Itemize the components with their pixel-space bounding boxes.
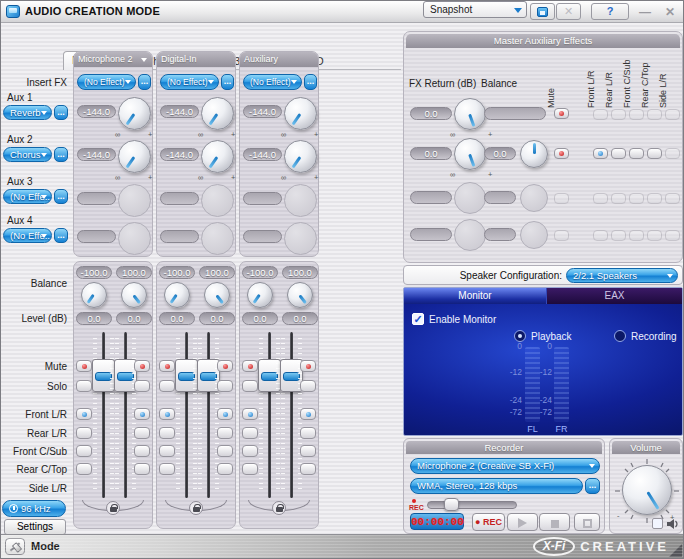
delete-snapshot-button[interactable]: ✕ bbox=[556, 3, 581, 20]
recorder-source-select[interactable]: Microphone 2 (Creative SB X-Fi) bbox=[410, 458, 600, 474]
route-front-lr-button-r[interactable] bbox=[134, 408, 150, 420]
rec-level-slider-handle[interactable] bbox=[444, 498, 459, 511]
snapshot-select[interactable]: Snapshot bbox=[423, 1, 527, 18]
strip-header[interactable]: Digital-In bbox=[157, 52, 235, 67]
rec-level-slider[interactable] bbox=[427, 501, 517, 509]
mode-button[interactable] bbox=[5, 538, 25, 555]
master-route-rear-lr-button[interactable] bbox=[611, 148, 626, 159]
route-rear-lr-button-r[interactable] bbox=[217, 427, 233, 439]
balance-left-knob[interactable] bbox=[247, 282, 273, 308]
strip-header[interactable]: Microphone 2 bbox=[74, 52, 152, 67]
fx-return-knob[interactable] bbox=[454, 98, 486, 130]
aux2-send-knob[interactable] bbox=[118, 140, 151, 173]
insert-fx-select[interactable]: (No Effect) bbox=[160, 74, 219, 90]
route-rear-lr-button-r[interactable] bbox=[300, 427, 316, 439]
solo-button-l[interactable] bbox=[159, 380, 175, 392]
route-rear-ctop-button-r[interactable] bbox=[300, 463, 316, 475]
insert-fx-select[interactable]: (No Effect) bbox=[77, 74, 136, 90]
master-route-front-lr-button[interactable] bbox=[593, 148, 608, 159]
volume-knob[interactable] bbox=[622, 465, 672, 515]
route-front-csub-button-r[interactable] bbox=[300, 445, 316, 457]
resize-grip[interactable] bbox=[669, 544, 682, 557]
fx-return-knob[interactable] bbox=[454, 138, 486, 170]
route-front-csub-button-r[interactable] bbox=[134, 445, 150, 457]
settings-button[interactable]: Settings bbox=[4, 519, 66, 535]
fader-handle[interactable] bbox=[92, 359, 115, 392]
route-front-csub-button-l[interactable] bbox=[242, 445, 258, 457]
mute-button-r[interactable] bbox=[300, 360, 316, 372]
strip-header[interactable]: Auxiliary bbox=[240, 52, 318, 67]
route-rear-ctop-button-l[interactable] bbox=[159, 463, 175, 475]
close-button[interactable]: ✕ bbox=[665, 5, 675, 19]
record-button[interactable]: ● REC bbox=[472, 513, 505, 531]
route-rear-ctop-button-l[interactable] bbox=[242, 463, 258, 475]
master-route-front-csub-button[interactable] bbox=[629, 148, 644, 159]
aux2-send-knob[interactable] bbox=[284, 140, 317, 173]
help-button[interactable]: ? bbox=[591, 3, 629, 20]
volume-mute-checkbox[interactable] bbox=[652, 518, 663, 529]
route-rear-lr-button-l[interactable] bbox=[242, 427, 258, 439]
route-front-lr-button-l[interactable] bbox=[159, 408, 175, 420]
mute-button-l[interactable] bbox=[159, 360, 175, 372]
master-mute-button[interactable] bbox=[554, 148, 569, 159]
route-front-lr-button-l[interactable] bbox=[242, 408, 258, 420]
route-rear-ctop-button-l[interactable] bbox=[76, 463, 92, 475]
solo-button-l[interactable] bbox=[76, 380, 92, 392]
balance-right-knob[interactable] bbox=[287, 282, 313, 308]
recorder-format-select[interactable]: WMA, Stereo, 128 kbps bbox=[410, 478, 583, 494]
master-route-rear-ctop-button[interactable] bbox=[647, 148, 662, 159]
solo-button-l[interactable] bbox=[242, 380, 258, 392]
route-rear-lr-button-r[interactable] bbox=[134, 427, 150, 439]
fader-handle[interactable] bbox=[175, 359, 198, 392]
recorder-format-more-button[interactable]: ... bbox=[585, 478, 600, 494]
route-front-csub-button-r[interactable] bbox=[217, 445, 233, 457]
mute-button-r[interactable] bbox=[134, 360, 150, 372]
master-balance-knob[interactable] bbox=[520, 140, 548, 168]
fader-handle[interactable] bbox=[258, 359, 281, 392]
route-front-lr-button-r[interactable] bbox=[217, 408, 233, 420]
solo-button-r[interactable] bbox=[134, 380, 150, 392]
aux1-send-knob[interactable] bbox=[201, 97, 234, 130]
aux3-more-button[interactable]: ... bbox=[54, 189, 68, 204]
tab-monitor[interactable]: Monitor bbox=[404, 288, 547, 304]
route-front-csub-button-l[interactable] bbox=[159, 445, 175, 457]
master-mute-button[interactable] bbox=[554, 108, 569, 119]
balance-right-knob[interactable] bbox=[204, 282, 230, 308]
route-rear-lr-button-l[interactable] bbox=[159, 427, 175, 439]
route-front-csub-button-l[interactable] bbox=[76, 445, 92, 457]
route-rear-lr-button-l[interactable] bbox=[76, 427, 92, 439]
recording-radio[interactable] bbox=[614, 330, 626, 342]
balance-left-knob[interactable] bbox=[81, 282, 107, 308]
aux4-effect-select[interactable]: (No Effe... bbox=[3, 228, 52, 243]
route-rear-ctop-button-r[interactable] bbox=[217, 463, 233, 475]
insert-fx-more-button[interactable]: ... bbox=[221, 74, 234, 90]
mute-button-l[interactable] bbox=[76, 360, 92, 372]
save-snapshot-button[interactable] bbox=[530, 3, 555, 20]
aux2-send-knob[interactable] bbox=[201, 140, 234, 173]
stop-button[interactable] bbox=[539, 513, 570, 531]
insert-fx-more-button[interactable]: ... bbox=[138, 74, 151, 90]
sample-rate-button[interactable]: 96 kHz bbox=[2, 500, 66, 517]
lock-icon[interactable] bbox=[106, 501, 120, 515]
tab-eax[interactable]: EAX bbox=[547, 288, 682, 304]
aux1-effect-select[interactable]: Reverb bbox=[3, 105, 52, 120]
aux3-effect-select[interactable]: (No Effe... bbox=[3, 189, 52, 204]
aux2-effect-select[interactable]: Chorus bbox=[3, 147, 52, 162]
mute-button-l[interactable] bbox=[242, 360, 258, 372]
route-front-lr-button-r[interactable] bbox=[300, 408, 316, 420]
insert-fx-more-button[interactable]: ... bbox=[304, 74, 317, 90]
eject-button[interactable] bbox=[574, 513, 600, 531]
balance-right-knob[interactable] bbox=[121, 282, 147, 308]
aux1-more-button[interactable]: ... bbox=[54, 105, 68, 120]
route-front-lr-button-l[interactable] bbox=[76, 408, 92, 420]
solo-button-r[interactable] bbox=[300, 380, 316, 392]
aux1-send-knob[interactable] bbox=[284, 97, 317, 130]
lock-icon[interactable] bbox=[189, 501, 203, 515]
aux1-send-knob[interactable] bbox=[118, 97, 151, 130]
route-rear-ctop-button-r[interactable] bbox=[134, 463, 150, 475]
enable-monitor-checkbox[interactable]: ✓ bbox=[412, 313, 424, 325]
lock-icon[interactable] bbox=[272, 501, 286, 515]
insert-fx-select[interactable]: (No Effect) bbox=[243, 74, 302, 90]
mute-button-r[interactable] bbox=[217, 360, 233, 372]
balance-left-knob[interactable] bbox=[164, 282, 190, 308]
